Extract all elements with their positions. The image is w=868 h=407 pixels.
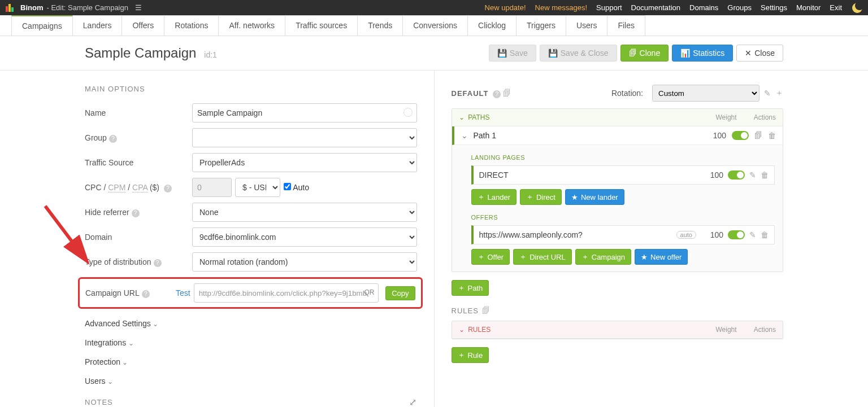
close-button[interactable]: ✕ Close <box>736 45 783 62</box>
help-icon[interactable]: ? <box>493 90 501 98</box>
paths-header: PATHS <box>468 113 489 121</box>
path-row[interactable]: ⌄ Path 1 100 🗐 🗑 <box>452 126 783 145</box>
advanced-settings-toggle[interactable]: Advanced Settings <box>85 319 417 328</box>
clone-button[interactable]: 🗐 Clone <box>620 45 669 62</box>
tab-campaigns[interactable]: Campaigns <box>11 15 73 36</box>
add-direct-button[interactable]: ＋ Direct <box>520 189 562 205</box>
help-icon[interactable]: ? <box>154 259 162 267</box>
offer-toggle[interactable] <box>728 230 745 239</box>
tab-offers[interactable]: Offers <box>121 15 164 36</box>
save-close-button: 💾 Save & Close <box>540 45 617 62</box>
tab-conversions[interactable]: Conversions <box>402 15 468 36</box>
auto-checkbox[interactable] <box>284 183 291 190</box>
domain-select[interactable]: 9cdf6e.binomlink.com <box>192 227 417 247</box>
add-path-button[interactable]: ＋ Path <box>452 280 489 296</box>
tab-users[interactable]: Users <box>566 15 608 36</box>
tab-landers[interactable]: Landers <box>72 15 123 36</box>
tab-triggers[interactable]: Triggers <box>516 15 566 36</box>
copy-button[interactable]: Copy <box>385 286 415 300</box>
settings-link[interactable]: Settings <box>756 3 792 12</box>
users-toggle[interactable]: Users <box>85 377 417 386</box>
edit-icon[interactable]: ✎ <box>749 170 756 180</box>
hide-referrer-select[interactable]: None <box>192 203 417 222</box>
offer-item[interactable]: https://www.sampleonly.com? auto 100 ✎ 🗑 <box>471 225 775 244</box>
delete-icon[interactable]: 🗑 <box>761 170 769 180</box>
help-icon[interactable]: ? <box>132 209 140 217</box>
support-link[interactable]: Support <box>592 3 627 12</box>
documentation-link[interactable]: Documentation <box>627 3 685 12</box>
add-offer-button[interactable]: ＋ Offer <box>471 249 510 265</box>
chevron-down-icon[interactable]: ⌄ <box>461 131 468 140</box>
help-icon[interactable]: ? <box>109 135 117 143</box>
distribution-select[interactable]: Normal rotation (random) <box>192 252 417 272</box>
groups-link[interactable]: Groups <box>723 3 756 12</box>
landing-item[interactable]: DIRECT 100 ✎ 🗑 <box>471 165 775 185</box>
new-update-link[interactable]: New update! <box>480 3 531 12</box>
monitor-link[interactable]: Monitor <box>792 3 825 12</box>
tab-files[interactable]: Files <box>607 15 645 36</box>
notes-title: NOTES <box>85 398 113 406</box>
test-link[interactable]: Test <box>176 288 190 297</box>
list-icon[interactable]: ☰ <box>135 3 142 12</box>
save-button: 💾 Save <box>489 45 536 62</box>
page-header: Sample Campaign id:1 💾 Save 💾 Save & Clo… <box>0 36 868 71</box>
auto-checkbox-label[interactable]: Auto <box>284 183 309 192</box>
path-toggle[interactable] <box>732 131 749 140</box>
campaign-url-label: Campaign URL <box>85 288 140 297</box>
rules-title: RULES <box>452 307 479 315</box>
delete-icon[interactable]: 🗑 <box>761 230 769 239</box>
exit-link[interactable]: Exit <box>825 3 847 12</box>
brand: Binom <box>20 3 43 12</box>
add-direct-url-button[interactable]: ＋ Direct URL <box>513 249 572 265</box>
currency-select[interactable]: $ - USD <box>235 178 280 197</box>
distribution-label: Type of distribution <box>85 257 151 266</box>
new-messages-link[interactable]: New messages! <box>531 3 592 12</box>
statistics-button[interactable]: 📊 Statistics <box>672 45 733 62</box>
name-label: Name <box>85 108 192 117</box>
integrations-toggle[interactable]: Integrations <box>85 338 417 347</box>
copy-icon[interactable]: 🗐 <box>482 306 491 315</box>
cpc-input <box>192 178 232 197</box>
page-title: Sample Campaign <box>85 45 196 60</box>
tab-aff-networks[interactable]: Aff. networks <box>218 15 285 36</box>
weight-header: Weight <box>716 326 737 334</box>
help-icon[interactable]: ? <box>164 185 172 192</box>
new-offer-button[interactable]: ★ New offer <box>635 249 688 265</box>
edit-icon[interactable]: ✎ <box>749 230 756 239</box>
chevron-down-icon[interactable]: ⌄ <box>459 326 465 334</box>
new-lander-button[interactable]: ★ New lander <box>565 189 624 205</box>
campaign-url-input[interactable] <box>194 283 379 303</box>
rotation-label: Rotation: <box>611 89 643 98</box>
delete-icon[interactable]: 🗑 <box>768 131 776 140</box>
traffic-source-select[interactable]: PropellerAds <box>192 153 417 172</box>
edit-icon[interactable]: ✎ <box>764 89 771 98</box>
name-input[interactable] <box>192 103 417 122</box>
add-campaign-button[interactable]: ＋ Campaign <box>575 249 631 265</box>
auto-badge: auto <box>676 231 696 239</box>
traffic-source-label: Traffic Source <box>85 158 192 167</box>
tab-rotations[interactable]: Rotations <box>164 15 219 36</box>
help-icon[interactable]: ? <box>142 290 150 298</box>
dark-mode-icon[interactable] <box>852 3 862 13</box>
logo-icon <box>6 4 14 12</box>
campaign-url-highlight: Campaign URL? Test QR Copy <box>78 277 423 309</box>
domains-link[interactable]: Domains <box>685 3 723 12</box>
add-icon[interactable]: ＋ <box>775 88 783 98</box>
add-lander-button[interactable]: ＋ Lander <box>471 189 517 205</box>
offer-weight: 100 <box>701 230 723 239</box>
landing-toggle[interactable] <box>728 170 745 180</box>
rotation-select[interactable]: Custom <box>652 85 760 102</box>
nav-tabs: Campaigns Landers Offers Rotations Aff. … <box>0 15 868 36</box>
tab-clicklog[interactable]: Clicklog <box>467 15 517 36</box>
chevron-down-icon[interactable]: ⌄ <box>459 113 465 121</box>
copy-icon[interactable]: 🗐 <box>754 131 762 140</box>
protection-toggle[interactable]: Protection <box>85 357 417 366</box>
copy-icon[interactable]: 🗐 <box>503 89 511 98</box>
qr-label[interactable]: QR <box>364 288 375 296</box>
tab-trends[interactable]: Trends <box>357 15 403 36</box>
expand-icon[interactable]: ⤢ <box>409 397 417 407</box>
name-indicator-icon <box>403 108 413 117</box>
tab-traffic-sources[interactable]: Traffic sources <box>285 15 358 36</box>
add-rule-button[interactable]: ＋ Rule <box>452 347 489 363</box>
group-select[interactable] <box>192 128 417 147</box>
